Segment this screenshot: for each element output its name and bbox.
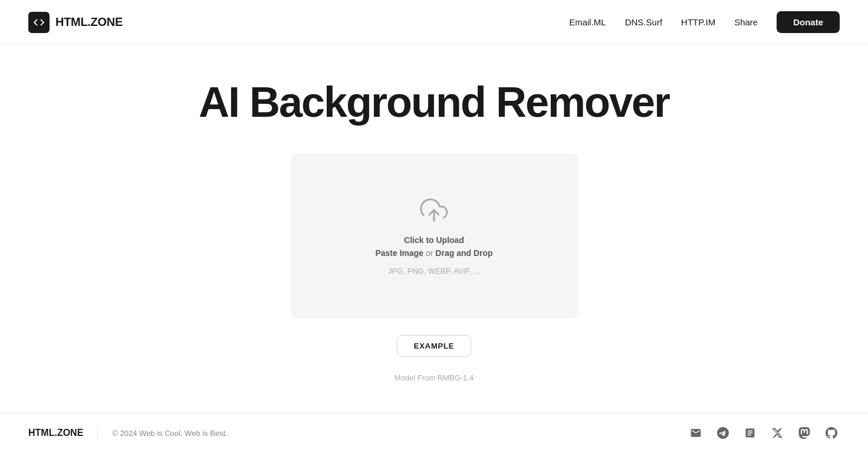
footer-mastodon-icon[interactable] (796, 425, 813, 441)
footer-logo: HTML.ZONE (28, 428, 83, 438)
logo-icon (28, 12, 50, 33)
upload-formats: JPG, PNG, WEBP, AVIF, ... (388, 267, 480, 275)
footer-icons (688, 425, 840, 441)
or-text: or (426, 248, 433, 258)
nav-dns-surf[interactable]: DNS.Surf (625, 17, 662, 27)
footer-github-icon[interactable] (823, 425, 840, 441)
footer-divider (97, 427, 98, 439)
footer-twitter-icon[interactable] (769, 425, 785, 441)
click-to-upload-label: Click to Upload (404, 235, 464, 245)
drag-drop-label: Drag and Drop (435, 248, 492, 258)
nav-share[interactable]: Share (734, 17, 758, 27)
footer-email-icon[interactable] (688, 425, 704, 441)
footer-copyright: © 2024 Web is Cool, Web is Best. (112, 429, 228, 438)
page-title: AI Background Remover (199, 80, 669, 125)
footer-blog-icon[interactable] (742, 425, 758, 441)
upload-zone[interactable]: Click to UploadPaste Image or Drag and D… (290, 153, 578, 319)
upload-cloud-icon (420, 196, 448, 226)
paste-image-label: Paste Image (375, 248, 423, 258)
nav-email-ml[interactable]: Email.ML (569, 17, 606, 27)
donate-button[interactable]: Donate (777, 11, 840, 33)
footer-left: HTML.ZONE © 2024 Web is Cool, Web is Bes… (28, 427, 228, 439)
example-button[interactable]: EXAMPLE (397, 335, 471, 357)
logo[interactable]: HTML.ZONE (28, 12, 123, 33)
code-icon (32, 16, 45, 29)
header: HTML.ZONE Email.ML DNS.Surf HTTP.IM Shar… (0, 0, 868, 45)
footer-telegram-icon[interactable] (715, 425, 731, 441)
footer: HTML.ZONE © 2024 Web is Cool, Web is Bes… (0, 412, 868, 453)
logo-text: HTML.ZONE (55, 15, 123, 29)
main-content: AI Background Remover Click to UploadPas… (0, 45, 868, 406)
model-info: Model From RMBG-1.4 (394, 373, 474, 382)
upload-text: Click to UploadPaste Image or Drag and D… (375, 234, 492, 260)
nav: Email.ML DNS.Surf HTTP.IM Share Donate (569, 11, 840, 33)
nav-http-im[interactable]: HTTP.IM (681, 17, 715, 27)
